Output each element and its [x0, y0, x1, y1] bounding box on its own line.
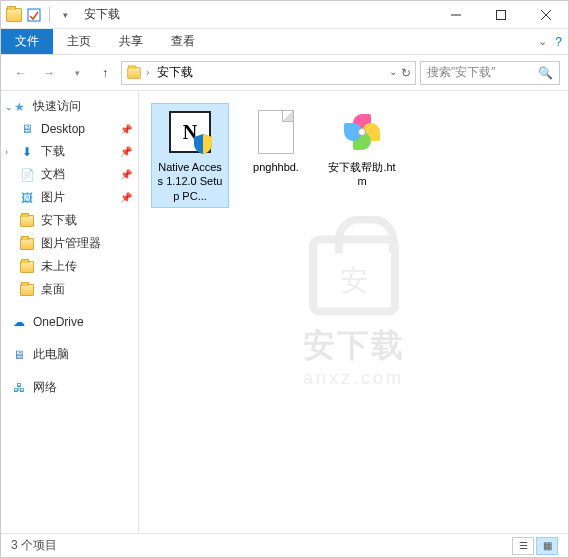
htm-icon	[338, 108, 386, 156]
file-list[interactable]: 安下载 anxz.com N Native Access 1.12.0 Setu…	[139, 91, 568, 533]
svg-rect-2	[496, 10, 505, 19]
ribbon-expand-icon[interactable]: ⌄	[538, 35, 547, 48]
search-input[interactable]: 搜索"安下载" 🔍	[420, 61, 560, 85]
exe-icon: N	[166, 108, 214, 156]
sidebar-item-documents[interactable]: 📄 文档 📌	[1, 163, 138, 186]
network-icon: 🖧	[11, 380, 27, 396]
details-view-button[interactable]: ☰	[512, 537, 534, 555]
titlebar: ▾ 安下载	[1, 1, 568, 29]
document-icon: 📄	[19, 167, 35, 183]
expand-icon[interactable]: ›	[5, 147, 15, 157]
sidebar-item-label: 文档	[41, 166, 65, 183]
forward-button[interactable]: →	[37, 61, 61, 85]
sidebar-item-folder[interactable]: 未上传	[1, 255, 138, 278]
file-item[interactable]: N Native Access 1.12.0 Setup PC...	[151, 103, 229, 208]
status-text: 3 个项目	[11, 537, 57, 554]
sidebar-item-label: 桌面	[41, 281, 65, 298]
sidebar-label: 快速访问	[33, 98, 81, 115]
recent-dropdown-icon[interactable]: ▾	[65, 61, 89, 85]
close-button[interactable]	[523, 1, 568, 29]
folder-icon	[19, 282, 35, 298]
pin-icon: 📌	[120, 124, 132, 135]
breadcrumb[interactable]: 安下载	[153, 64, 197, 81]
file-item[interactable]: pnghhbd.	[237, 103, 315, 208]
back-button[interactable]: ←	[9, 61, 33, 85]
folder-icon	[19, 213, 35, 229]
svg-rect-0	[28, 9, 40, 21]
sidebar-item-downloads[interactable]: › ⬇ 下载 📌	[1, 140, 138, 163]
tab-file[interactable]: 文件	[1, 29, 53, 54]
address-bar: ← → ▾ ↑ › 安下载 ⌄ ↻ 搜索"安下载" 🔍	[1, 55, 568, 91]
sidebar-item-label: 未上传	[41, 258, 77, 275]
sidebar-item-folder[interactable]: 图片管理器	[1, 232, 138, 255]
statusbar: 3 个项目 ☰ ▦	[1, 533, 568, 557]
tab-home[interactable]: 主页	[53, 29, 105, 54]
sidebar-item-label: 图片	[41, 189, 65, 206]
refresh-icon[interactable]: ↻	[401, 66, 411, 80]
sidebar-item-label: 安下载	[41, 212, 77, 229]
onedrive-icon: ☁	[11, 314, 27, 330]
sidebar-item-desktop[interactable]: 🖥 Desktop 📌	[1, 118, 138, 140]
maximize-button[interactable]	[478, 1, 523, 29]
sidebar-item-label: 下载	[41, 143, 65, 160]
watermark: 安下载 anxz.com	[303, 236, 405, 389]
download-icon: ⬇	[19, 144, 35, 160]
address-dropdown-icon[interactable]: ⌄	[389, 66, 397, 80]
ribbon-tabs: 文件 主页 共享 查看 ⌄ ?	[1, 29, 568, 55]
sidebar-label: 此电脑	[33, 346, 69, 363]
pin-icon: 📌	[120, 146, 132, 157]
sidebar-item-folder[interactable]: 桌面	[1, 278, 138, 301]
address-box[interactable]: › 安下载 ⌄ ↻	[121, 61, 416, 85]
tab-view[interactable]: 查看	[157, 29, 209, 54]
sidebar-item-folder[interactable]: 安下载	[1, 209, 138, 232]
folder-icon	[19, 236, 35, 252]
folder-icon	[5, 6, 23, 24]
sidebar-item-label: Desktop	[41, 122, 85, 136]
file-label: 安下载帮助.htm	[328, 160, 396, 189]
pc-icon: 🖥	[11, 347, 27, 363]
sidebar-onedrive[interactable]: ☁ OneDrive	[1, 311, 138, 333]
sidebar-item-pictures[interactable]: 🖼 图片 📌	[1, 186, 138, 209]
desktop-icon: 🖥	[19, 121, 35, 137]
qat-dropdown-icon[interactable]: ▾	[56, 6, 74, 24]
pin-icon: 📌	[120, 192, 132, 203]
up-button[interactable]: ↑	[93, 61, 117, 85]
window-controls	[433, 1, 568, 29]
file-item[interactable]: 安下载帮助.htm	[323, 103, 401, 208]
blank-file-icon	[252, 108, 300, 156]
collapse-icon[interactable]: ⌄	[5, 102, 15, 112]
picture-icon: 🖼	[19, 190, 35, 206]
minimize-button[interactable]	[433, 1, 478, 29]
icons-view-button[interactable]: ▦	[536, 537, 558, 555]
folder-icon	[19, 259, 35, 275]
tab-share[interactable]: 共享	[105, 29, 157, 54]
file-label: Native Access 1.12.0 Setup PC...	[156, 160, 224, 203]
navigation-pane: ⌄ ★ 快速访问 🖥 Desktop 📌 › ⬇ 下载 📌 📄 文档 📌 🖼 图…	[1, 91, 139, 533]
sidebar-item-label: 图片管理器	[41, 235, 101, 252]
file-label: pnghhbd.	[253, 160, 299, 174]
quick-access-toolbar: ▾	[1, 6, 78, 24]
window-title: 安下载	[84, 6, 120, 23]
chevron-right-icon[interactable]: ›	[146, 67, 149, 78]
pin-icon: 📌	[120, 169, 132, 180]
sidebar-label: 网络	[33, 379, 57, 396]
properties-icon[interactable]	[25, 6, 43, 24]
sidebar-quick-access[interactable]: ⌄ ★ 快速访问	[1, 95, 138, 118]
search-placeholder: 搜索"安下载"	[427, 64, 534, 81]
folder-icon	[127, 67, 141, 79]
search-icon: 🔍	[538, 66, 553, 80]
sidebar-network[interactable]: 🖧 网络	[1, 376, 138, 399]
sidebar-label: OneDrive	[33, 315, 84, 329]
sidebar-thispc[interactable]: 🖥 此电脑	[1, 343, 138, 366]
help-icon[interactable]: ?	[555, 35, 562, 49]
